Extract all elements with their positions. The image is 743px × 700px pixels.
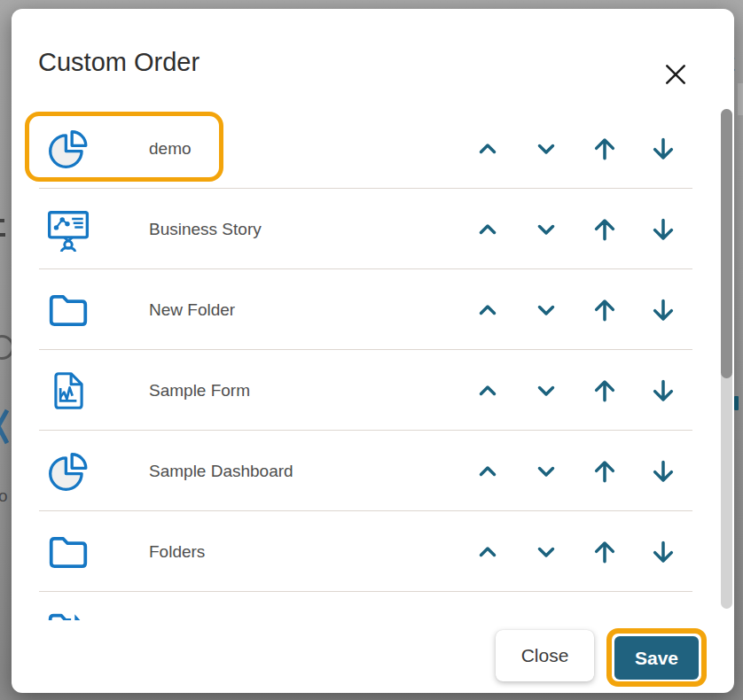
row-controls [472,214,679,245]
chevron-down-icon [535,541,558,564]
arrow-down-icon [650,136,677,162]
background-mark [734,396,739,410]
move-to-bottom-button[interactable] [647,375,679,407]
move-up-button[interactable] [472,294,504,326]
move-to-bottom-button[interactable] [647,536,679,568]
list-item-label: Sample Dashboard [149,462,293,481]
chevron-down-icon [535,379,558,402]
arrow-down-icon [650,539,677,565]
move-down-button[interactable] [530,536,562,568]
move-down-button[interactable] [530,294,562,326]
list-item: demo [12,108,734,189]
chevron-down-icon [535,137,558,160]
pie-chart-icon [46,127,90,171]
move-to-top-button[interactable] [589,617,621,621]
list-item: Folders [12,511,734,592]
move-to-bottom-button[interactable] [647,214,679,245]
move-to-top-button[interactable] [589,294,621,326]
arrow-up-icon [591,136,618,162]
move-to-bottom-button[interactable] [647,294,679,326]
list-item-label: demo [149,139,192,159]
move-to-bottom-button[interactable] [647,617,679,621]
arrow-up-icon [591,619,618,621]
chevron-up-icon [476,137,499,160]
arrow-down-icon [650,619,677,621]
background-mark [0,219,4,222]
row-controls [472,617,679,621]
list-item-label: Sample Form [149,381,250,401]
chevron-up-icon [476,460,499,483]
background-mark [0,233,5,237]
modal-title: Custom Order [38,48,199,77]
move-up-button[interactable] [472,375,504,407]
move-down-button[interactable] [530,133,562,165]
chevron-up-icon [476,541,499,564]
move-to-bottom-button[interactable] [647,455,679,487]
folder-icon [46,288,90,332]
list-item: Sample Dashboard [12,431,734,511]
background-chevron-icon [0,408,9,447]
row-controls [472,375,679,407]
move-down-button[interactable] [530,375,562,407]
arrow-up-icon [591,458,618,485]
list-item: New Folder [12,269,734,350]
chevron-up-icon [476,218,499,241]
x-icon [663,62,688,87]
background-patch [738,83,743,115]
move-up-button[interactable] [472,455,504,487]
folder-icon [46,530,90,574]
list-item-label: New Folder [149,300,235,320]
pie-chart-icon [46,449,90,494]
move-down-button[interactable] [530,617,562,621]
row-controls [472,455,679,487]
move-up-button[interactable] [472,617,504,621]
custom-order-modal: Custom Order demo Business Story [12,9,734,693]
chevron-up-icon [476,299,499,322]
move-to-top-button[interactable] [589,536,621,568]
row-controls [472,294,679,326]
move-up-button[interactable] [472,536,504,568]
list-scrollbar-thumb[interactable] [721,109,732,378]
arrow-up-icon [591,297,618,323]
list-item: Business Story [12,189,734,269]
chevron-down-icon [535,299,558,322]
list-item-label: Folders [149,542,205,562]
arrow-down-icon [650,458,677,485]
move-to-top-button[interactable] [589,214,621,245]
background-text-fragment: o [0,486,8,506]
custom-order-list: demo Business Story New Folder [12,108,734,620]
list-item-label: Business Story [149,220,262,239]
row-controls [472,133,679,165]
chevron-down-icon [535,218,558,241]
arrow-down-icon [650,377,677,404]
arrow-down-icon [650,297,677,323]
move-to-top-button[interactable] [589,455,621,487]
move-up-button[interactable] [472,133,504,165]
move-to-top-button[interactable] [589,133,621,165]
arrow-up-icon [591,216,618,243]
close-button[interactable]: Close [496,630,594,681]
chevron-down-icon [535,460,558,483]
save-button[interactable]: Save [614,636,699,680]
row-controls [472,536,679,568]
move-to-top-button[interactable] [589,375,621,407]
form-icon [46,369,90,413]
list-item: Sample Form [12,350,734,431]
chevron-up-icon [476,379,499,402]
arrow-down-icon [650,216,677,243]
move-down-button[interactable] [530,214,562,245]
move-up-button[interactable] [472,214,504,245]
close-x-button[interactable] [656,55,695,94]
list-item [12,592,734,620]
folder-chart-icon [46,611,90,621]
business-story-icon [46,207,90,252]
move-down-button[interactable] [530,455,562,487]
move-to-bottom-button[interactable] [647,133,679,165]
arrow-up-icon [591,377,618,404]
list-scrollbar[interactable] [721,109,732,609]
arrow-up-icon [591,539,618,565]
